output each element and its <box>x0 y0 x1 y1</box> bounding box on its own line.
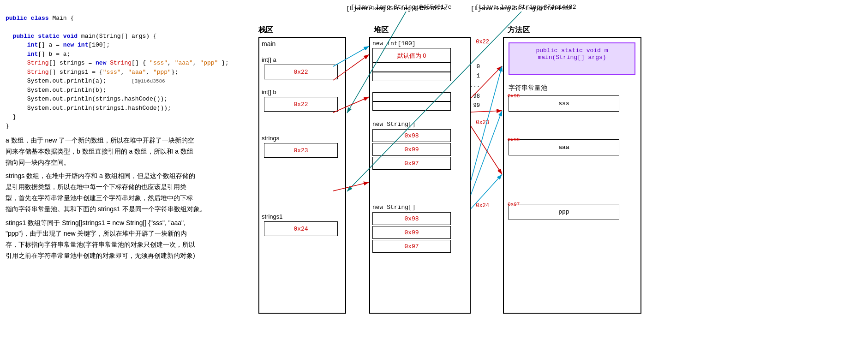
addr-0x23-right: 0x23 <box>476 119 489 126</box>
default-text: 默认值为 0 <box>373 48 450 63</box>
pointer-label-1: [Ljava.lang.String;@4554617c <box>351 4 451 11</box>
s2-row2: 0x99 <box>372 226 451 239</box>
pool-item-sss: sss <box>509 95 619 112</box>
string-pool-label: 字符串常量池 <box>509 84 547 92</box>
heap-label: 堆区 <box>374 25 389 35</box>
pool-item-ppp: ppp <box>509 204 619 220</box>
main-frame-label: main <box>262 40 275 48</box>
idx-98: 98 <box>473 93 480 100</box>
desc-p3: stings1 数组等同于 String[]strings1 = new Str… <box>6 218 239 262</box>
a-box: 0x22 <box>264 65 338 79</box>
code-label-2: main(String[] args) <box>513 54 631 61</box>
strings-label: strings <box>262 135 279 142</box>
desc-p2: strings 数组，在堆中开辟内存和 a 数组相同，但是这个数组存储的 是引用… <box>6 171 239 214</box>
idx-1: 1 <box>477 73 480 79</box>
s2-v1: 0x98 <box>373 213 450 226</box>
s2-row1: 0x98 <box>372 212 451 225</box>
new-int-label: new int[100] <box>372 40 416 47</box>
s1-row1: 0x98 <box>372 129 451 142</box>
strings-box: 0x23 <box>264 143 338 158</box>
diagram-area: [Ljava.lang.String;@4554617c [Ljava.lang… <box>245 0 868 345</box>
description: a 数组，由于 new 了一个新的数组，所以在堆中开辟了一块新的空 间来存储基本… <box>6 135 239 262</box>
idx-0: 0 <box>477 64 480 70</box>
desc-p1: a 数组，由于 new 了一个新的数组，所以在堆中开辟了一块新的空 间来存储基本… <box>6 135 239 168</box>
new-string1-label: new String[] <box>372 121 416 128</box>
addr-0x22-right: 0x22 <box>476 39 489 45</box>
default-row: 默认值为 0 <box>372 48 451 63</box>
row-0 <box>372 63 451 72</box>
heap-box: new int[100] 0x22 默认值为 0 0 1 ... 98 99 n… <box>369 37 471 314</box>
new-string2-label: new String[] <box>372 204 416 211</box>
s1-row3: 0x97 <box>372 157 451 170</box>
s1-v2: 0x99 <box>373 143 450 156</box>
s2-v3: 0x97 <box>373 240 450 253</box>
b-label: int[] b <box>262 89 276 95</box>
idx-99: 99 <box>473 102 480 109</box>
s1-v1: 0x98 <box>373 130 450 143</box>
idx-dots: ... <box>470 82 480 89</box>
strings1-value: 0x24 <box>264 222 337 237</box>
svg-line-12 <box>471 111 502 112</box>
pool-addr-sss: 0x98 <box>508 93 520 99</box>
strings-value: 0x23 <box>264 143 337 158</box>
b-value: 0x22 <box>264 97 337 112</box>
stack-box: main int[] a 0x22 int[] b 0x22 strings 0… <box>258 37 346 314</box>
method-box-outer: public static void m main(String[] args)… <box>503 37 641 314</box>
s2-v2: 0x99 <box>373 226 450 239</box>
s1-v3: 0x97 <box>373 157 450 170</box>
svg-line-13 <box>471 126 502 174</box>
pointer-label-2: [Ljava.lang.String;@74a14482 <box>475 4 576 11</box>
code-label-1: public static void m <box>513 47 631 54</box>
method-label: 方法区 <box>508 25 530 35</box>
row-1 <box>372 72 451 81</box>
pool-addr-aaa: 0x99 <box>508 137 520 143</box>
row-99 <box>372 101 451 111</box>
stack-label: 栈区 <box>258 25 273 35</box>
row-98 <box>372 92 451 101</box>
left-panel: public class Main { public static void m… <box>0 0 245 345</box>
code-block: public class Main { public static void m… <box>6 5 239 131</box>
s1-row2: 0x99 <box>372 143 451 156</box>
a-label: int[] a <box>262 56 276 63</box>
method-code-box: public static void m main(String[] args) <box>509 42 635 75</box>
pool-addr-ppp: 0x97 <box>508 202 520 207</box>
pool-aaa-val: aaa <box>558 144 569 151</box>
a-value: 0x22 <box>264 65 337 80</box>
addr-0x24-right: 0x24 <box>476 202 489 209</box>
strings1-label: strings1 <box>262 213 283 220</box>
strings1-box: 0x24 <box>264 221 338 236</box>
b-box: 0x22 <box>264 97 338 112</box>
s2-row3: 0x97 <box>372 240 451 253</box>
pool-ppp-val: ppp <box>558 208 569 215</box>
pool-sss-val: sss <box>558 100 569 107</box>
pool-item-aaa: aaa <box>509 139 619 155</box>
